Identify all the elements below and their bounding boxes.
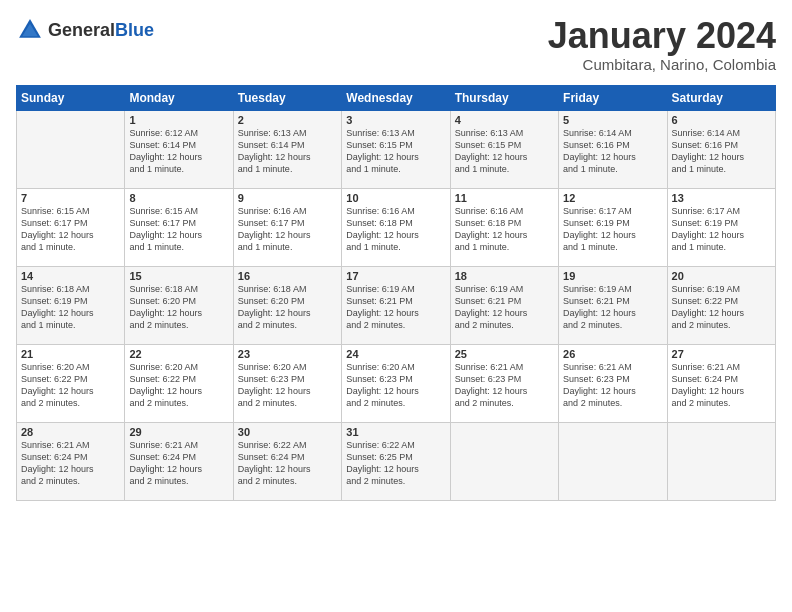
day-info: Sunrise: 6:16 AMSunset: 6:18 PMDaylight:… [455,205,554,254]
day-number: 5 [563,114,662,126]
day-number: 4 [455,114,554,126]
day-number: 22 [129,348,228,360]
day-info: Sunrise: 6:22 AMSunset: 6:24 PMDaylight:… [238,439,337,488]
logo-blue-text: Blue [115,20,154,40]
day-number: 9 [238,192,337,204]
day-number: 15 [129,270,228,282]
day-number: 2 [238,114,337,126]
day-info: Sunrise: 6:12 AMSunset: 6:14 PMDaylight:… [129,127,228,176]
day-info: Sunrise: 6:13 AMSunset: 6:14 PMDaylight:… [238,127,337,176]
day-info: Sunrise: 6:21 AMSunset: 6:23 PMDaylight:… [563,361,662,410]
table-row: 12Sunrise: 6:17 AMSunset: 6:19 PMDayligh… [559,188,667,266]
table-row [450,422,558,500]
day-number: 10 [346,192,445,204]
day-number: 25 [455,348,554,360]
table-row: 9Sunrise: 6:16 AMSunset: 6:17 PMDaylight… [233,188,341,266]
table-row: 18Sunrise: 6:19 AMSunset: 6:21 PMDayligh… [450,266,558,344]
day-number: 14 [21,270,120,282]
table-row: 26Sunrise: 6:21 AMSunset: 6:23 PMDayligh… [559,344,667,422]
day-number: 30 [238,426,337,438]
day-info: Sunrise: 6:16 AMSunset: 6:17 PMDaylight:… [238,205,337,254]
table-row [667,422,775,500]
day-info: Sunrise: 6:18 AMSunset: 6:20 PMDaylight:… [238,283,337,332]
table-row: 14Sunrise: 6:18 AMSunset: 6:19 PMDayligh… [17,266,125,344]
table-row: 24Sunrise: 6:20 AMSunset: 6:23 PMDayligh… [342,344,450,422]
table-row: 27Sunrise: 6:21 AMSunset: 6:24 PMDayligh… [667,344,775,422]
day-info: Sunrise: 6:17 AMSunset: 6:19 PMDaylight:… [672,205,771,254]
day-number: 28 [21,426,120,438]
logo: GeneralBlue [16,16,154,44]
table-row [17,110,125,188]
title-block: January 2024 Cumbitara, Narino, Colombia [548,16,776,73]
day-number: 31 [346,426,445,438]
day-number: 12 [563,192,662,204]
page-container: GeneralBlue January 2024 Cumbitara, Nari… [0,0,792,511]
table-row: 20Sunrise: 6:19 AMSunset: 6:22 PMDayligh… [667,266,775,344]
day-number: 23 [238,348,337,360]
table-row: 13Sunrise: 6:17 AMSunset: 6:19 PMDayligh… [667,188,775,266]
header-tuesday: Tuesday [233,85,341,110]
day-info: Sunrise: 6:18 AMSunset: 6:19 PMDaylight:… [21,283,120,332]
day-info: Sunrise: 6:17 AMSunset: 6:19 PMDaylight:… [563,205,662,254]
logo-icon [16,16,44,44]
table-row: 16Sunrise: 6:18 AMSunset: 6:20 PMDayligh… [233,266,341,344]
table-row: 30Sunrise: 6:22 AMSunset: 6:24 PMDayligh… [233,422,341,500]
table-row: 29Sunrise: 6:21 AMSunset: 6:24 PMDayligh… [125,422,233,500]
day-number: 8 [129,192,228,204]
day-info: Sunrise: 6:21 AMSunset: 6:24 PMDaylight:… [129,439,228,488]
day-info: Sunrise: 6:19 AMSunset: 6:21 PMDaylight:… [455,283,554,332]
day-info: Sunrise: 6:22 AMSunset: 6:25 PMDaylight:… [346,439,445,488]
table-row: 19Sunrise: 6:19 AMSunset: 6:21 PMDayligh… [559,266,667,344]
table-row: 6Sunrise: 6:14 AMSunset: 6:16 PMDaylight… [667,110,775,188]
table-row: 28Sunrise: 6:21 AMSunset: 6:24 PMDayligh… [17,422,125,500]
day-info: Sunrise: 6:13 AMSunset: 6:15 PMDaylight:… [455,127,554,176]
day-info: Sunrise: 6:21 AMSunset: 6:24 PMDaylight:… [672,361,771,410]
day-info: Sunrise: 6:20 AMSunset: 6:22 PMDaylight:… [21,361,120,410]
table-row: 4Sunrise: 6:13 AMSunset: 6:15 PMDaylight… [450,110,558,188]
calendar-week-row: 1Sunrise: 6:12 AMSunset: 6:14 PMDaylight… [17,110,776,188]
day-info: Sunrise: 6:16 AMSunset: 6:18 PMDaylight:… [346,205,445,254]
table-row: 2Sunrise: 6:13 AMSunset: 6:14 PMDaylight… [233,110,341,188]
day-number: 7 [21,192,120,204]
month-title: January 2024 [548,16,776,56]
day-info: Sunrise: 6:20 AMSunset: 6:23 PMDaylight:… [346,361,445,410]
day-number: 19 [563,270,662,282]
day-number: 3 [346,114,445,126]
day-number: 16 [238,270,337,282]
day-number: 6 [672,114,771,126]
day-number: 13 [672,192,771,204]
table-row: 7Sunrise: 6:15 AMSunset: 6:17 PMDaylight… [17,188,125,266]
header: GeneralBlue January 2024 Cumbitara, Nari… [16,16,776,73]
calendar-table: Sunday Monday Tuesday Wednesday Thursday… [16,85,776,501]
table-row: 5Sunrise: 6:14 AMSunset: 6:16 PMDaylight… [559,110,667,188]
day-info: Sunrise: 6:14 AMSunset: 6:16 PMDaylight:… [672,127,771,176]
day-number: 24 [346,348,445,360]
header-wednesday: Wednesday [342,85,450,110]
table-row: 10Sunrise: 6:16 AMSunset: 6:18 PMDayligh… [342,188,450,266]
day-number: 11 [455,192,554,204]
calendar-header-row: Sunday Monday Tuesday Wednesday Thursday… [17,85,776,110]
day-number: 29 [129,426,228,438]
table-row: 21Sunrise: 6:20 AMSunset: 6:22 PMDayligh… [17,344,125,422]
table-row: 11Sunrise: 6:16 AMSunset: 6:18 PMDayligh… [450,188,558,266]
table-row: 31Sunrise: 6:22 AMSunset: 6:25 PMDayligh… [342,422,450,500]
table-row: 1Sunrise: 6:12 AMSunset: 6:14 PMDaylight… [125,110,233,188]
day-info: Sunrise: 6:21 AMSunset: 6:24 PMDaylight:… [21,439,120,488]
table-row: 15Sunrise: 6:18 AMSunset: 6:20 PMDayligh… [125,266,233,344]
day-info: Sunrise: 6:15 AMSunset: 6:17 PMDaylight:… [21,205,120,254]
header-friday: Friday [559,85,667,110]
day-number: 21 [21,348,120,360]
logo-general-text: General [48,20,115,40]
header-saturday: Saturday [667,85,775,110]
day-number: 1 [129,114,228,126]
calendar-week-row: 28Sunrise: 6:21 AMSunset: 6:24 PMDayligh… [17,422,776,500]
day-info: Sunrise: 6:20 AMSunset: 6:22 PMDaylight:… [129,361,228,410]
day-number: 27 [672,348,771,360]
table-row: 8Sunrise: 6:15 AMSunset: 6:17 PMDaylight… [125,188,233,266]
header-sunday: Sunday [17,85,125,110]
table-row: 17Sunrise: 6:19 AMSunset: 6:21 PMDayligh… [342,266,450,344]
day-info: Sunrise: 6:21 AMSunset: 6:23 PMDaylight:… [455,361,554,410]
day-number: 26 [563,348,662,360]
day-info: Sunrise: 6:19 AMSunset: 6:22 PMDaylight:… [672,283,771,332]
day-info: Sunrise: 6:13 AMSunset: 6:15 PMDaylight:… [346,127,445,176]
